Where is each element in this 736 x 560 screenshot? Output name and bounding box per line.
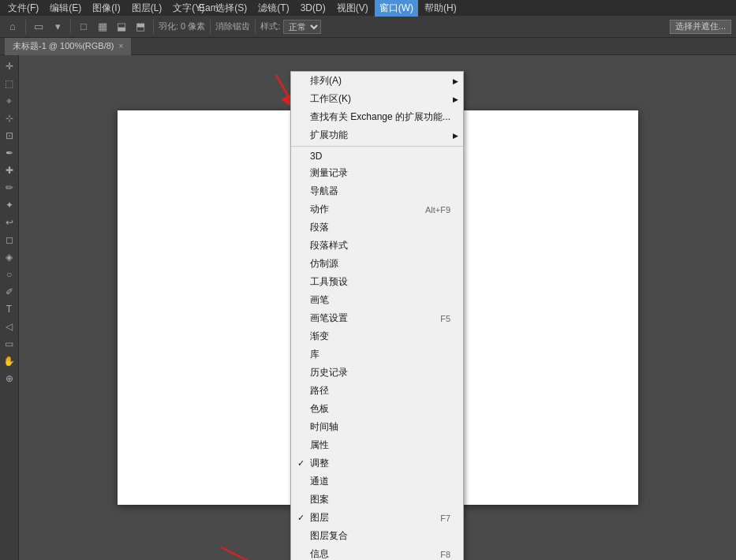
sep1 [25, 20, 26, 34]
menu-motion[interactable]: 动作 Alt+F9 [291, 200, 463, 218]
tool-type[interactable]: T [2, 301, 17, 317]
antialiased-label: 消除锯齿 [215, 21, 250, 32]
sep2 [70, 20, 71, 34]
tool-history-brush[interactable]: ↩ [2, 215, 17, 230]
document-tab[interactable]: 未标题-1 @ 100%(RGB/8) × [5, 38, 132, 55]
save-icon[interactable]: ⬓ [114, 19, 129, 35]
menu-paragraph[interactable]: 段落 [291, 218, 463, 237]
style-label: 样式: [260, 21, 280, 32]
print-icon[interactable]: ⬒ [133, 19, 148, 35]
tool-eyedropper[interactable]: ✒ [2, 145, 17, 161]
workspace: ✛ ⬚ ⌖ ⊹ ⊡ ✒ ✚ ✏ ✦ ↩ ◻ ◈ ○ ✐ T ◁ ▭ ✋ ⊕ [0, 55, 736, 560]
menu-extensions[interactable]: 扩展功能 [291, 126, 463, 144]
select-rect-icon[interactable]: ▭ [31, 19, 47, 35]
menu-image[interactable]: 图像(I) [88, 0, 125, 17]
toolbar: ⌂ ▭ ▾ □ ▦ ⬓ ⬒ 羽化: 0 像素 消除锯齿 样式: 正常 选择并遮住… [0, 16, 736, 38]
menu-navigator[interactable]: 导航器 [291, 182, 463, 200]
sep5 [255, 20, 256, 34]
tool-eraser[interactable]: ◻ [2, 232, 17, 248]
menu-patterns[interactable]: 图案 [291, 491, 463, 509]
sep3 [153, 20, 154, 34]
tab-close-button[interactable]: × [119, 42, 124, 50]
menu-layers[interactable]: 图层 F7 [291, 509, 463, 527]
window-menu[interactable]: 排列(A) 工作区(K) 查找有关 Exchange 的扩展功能... 扩展功能… [290, 71, 464, 560]
tool-select[interactable]: ⬚ [2, 76, 17, 91]
menu-window[interactable]: 窗口(W) [375, 0, 418, 17]
tool-wand[interactable]: ⊹ [2, 110, 17, 126]
tool-crop[interactable]: ⊡ [2, 128, 17, 144]
menu-swatches[interactable]: 色板 [291, 400, 463, 418]
tool-shape[interactable]: ▭ [2, 336, 17, 352]
tab-label: 未标题-1 @ 100%(RGB/8) [13, 40, 114, 52]
tool-gradient[interactable]: ◈ [2, 249, 17, 265]
menu-actions[interactable]: 测量记录 [291, 164, 463, 182]
menu-paragraph-style[interactable]: 段落样式 [291, 237, 463, 255]
tool-hand[interactable]: ✋ [2, 353, 17, 369]
menu-exchange[interactable]: 查找有关 Exchange 的扩展功能... [291, 108, 463, 126]
menu-layer-comp[interactable]: 图层复合 [291, 527, 463, 545]
menu-layer[interactable]: 图层(L) [127, 0, 167, 17]
sep1 [291, 146, 463, 147]
home-icon[interactable]: ⌂ [5, 19, 21, 35]
menu-brush[interactable]: 画笔 [291, 291, 463, 309]
tool-heal[interactable]: ✚ [2, 162, 17, 178]
menu-channels[interactable]: 通道 [291, 472, 463, 491]
folder-icon[interactable]: ▦ [95, 19, 110, 35]
menu-3d[interactable]: 3D(D) [296, 1, 331, 15]
menu-filter[interactable]: 滤镜(T) [253, 0, 293, 17]
menu-library[interactable]: 库 [291, 345, 463, 364]
new-icon[interactable]: □ [76, 19, 92, 35]
tool-path[interactable]: ◁ [2, 319, 17, 334]
menu-gradient[interactable]: 渐变 [291, 327, 463, 345]
tab-bar: 未标题-1 @ 100%(RGB/8) × [0, 38, 736, 55]
sep4 [210, 20, 211, 34]
menu-tool-presets[interactable]: 工具预设 [291, 273, 463, 291]
tool-move[interactable]: ✛ [2, 58, 17, 74]
select-subject-button[interactable]: 选择并遮住... [670, 20, 731, 34]
menu-adjustments[interactable]: 调整 [291, 454, 463, 472]
tool-zoom[interactable]: ⊕ [2, 371, 17, 386]
tool-pen[interactable]: ✐ [2, 284, 17, 300]
tool-clone[interactable]: ✦ [2, 197, 17, 213]
menu-properties[interactable]: 属性 [291, 436, 463, 454]
menu-3d[interactable]: 3D [291, 148, 463, 164]
select-option-icon[interactable]: ▾ [50, 19, 65, 35]
menu-workspace[interactable]: 工作区(K) [291, 90, 463, 108]
menu-clone-source[interactable]: 仿制源 [291, 255, 463, 273]
menu-arrange[interactable]: 排列(A) [291, 72, 463, 90]
menu-bar: 文件(F) 编辑(E) 图像(I) 图层(L) 文字(Y) 选择(S) 滤镜(T… [0, 0, 736, 16]
menu-history[interactable]: 历史记录 [291, 364, 463, 382]
menu-view[interactable]: 视图(V) [332, 0, 373, 17]
menu-file[interactable]: 文件(F) [3, 0, 43, 17]
menu-help[interactable]: 帮助(H) [420, 0, 461, 17]
menu-text[interactable]: 文字(Y) [168, 0, 209, 17]
tool-lasso[interactable]: ⌖ [2, 93, 17, 109]
feather-label: 羽化: 0 像素 [159, 21, 205, 32]
tool-dodge[interactable]: ○ [2, 267, 17, 282]
style-select[interactable]: 正常 [283, 20, 321, 34]
left-toolbar: ✛ ⬚ ⌖ ⊹ ⊡ ✒ ✚ ✏ ✦ ↩ ◻ ◈ ○ ✐ T ◁ ▭ ✋ ⊕ [0, 55, 19, 560]
menu-edit[interactable]: 编辑(E) [45, 0, 86, 17]
tool-brush[interactable]: ✏ [2, 180, 17, 196]
menu-paths[interactable]: 路径 [291, 382, 463, 400]
menu-info[interactable]: 信息 F8 [291, 545, 463, 560]
menu-select[interactable]: 选择(S) [211, 0, 252, 17]
menu-brush-settings[interactable]: 画笔设置 F5 [291, 309, 463, 327]
menu-timeline[interactable]: 时间轴 [291, 418, 463, 436]
